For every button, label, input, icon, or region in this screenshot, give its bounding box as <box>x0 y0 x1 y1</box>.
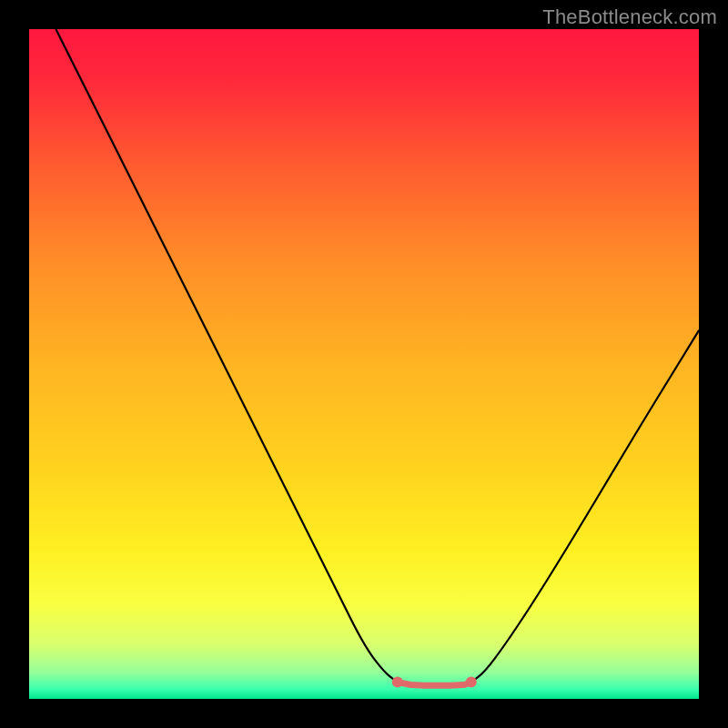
watermark-label: TheBottleneck.com <box>542 5 717 29</box>
plot-area <box>29 29 699 699</box>
chart-frame: TheBottleneck.com <box>0 0 728 728</box>
valley-floor-line <box>398 682 471 686</box>
curve-layer <box>29 29 699 699</box>
curve-left-branch <box>56 29 397 682</box>
valley-marker-dot <box>392 677 403 688</box>
curve-right-branch <box>471 330 699 682</box>
valley-marker-dot <box>466 677 477 688</box>
